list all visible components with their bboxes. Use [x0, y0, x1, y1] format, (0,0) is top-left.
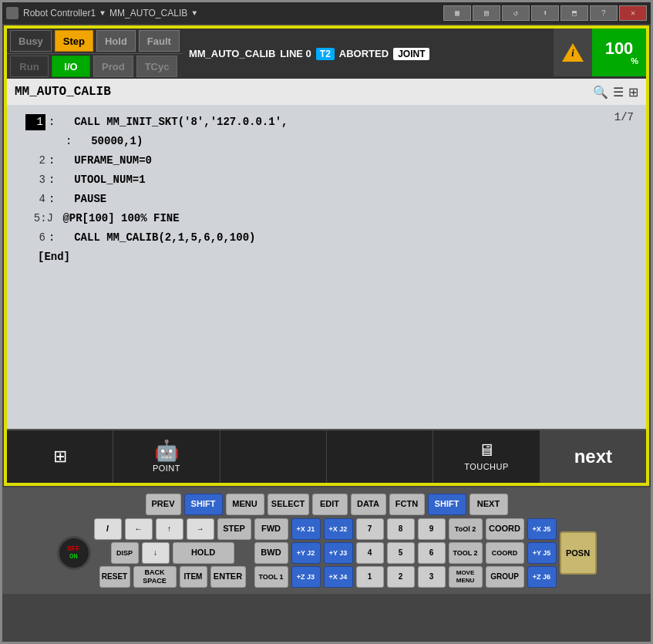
next-icon: next — [574, 446, 612, 467]
io-button[interactable]: I/O — [52, 56, 90, 77]
down-arrow-btn[interactable]: ↓ — [142, 542, 170, 564]
coord-btn[interactable]: COORD — [486, 518, 524, 540]
prod-button[interactable]: Prod — [93, 56, 133, 77]
j2plus-btn[interactable]: +X J2 — [324, 518, 353, 540]
percent-display: 100 % — [592, 29, 646, 76]
disp-btn[interactable]: DISP — [111, 542, 139, 564]
step-button[interactable]: Step — [55, 30, 93, 52]
enter-btn[interactable]: ENTER — [210, 566, 246, 588]
hold-key-btn[interactable]: HOLD — [173, 542, 234, 564]
kbd-nav-row3: RESET BACK SPACE ITEM ENTER — [94, 566, 251, 588]
back-btn[interactable]: ↺ — [502, 5, 530, 21]
step-key-btn[interactable]: STEP — [217, 518, 251, 540]
zoom-btn[interactable]: 🔍 — [593, 85, 608, 99]
next-key-btn[interactable]: NEXT — [470, 494, 508, 515]
line-num-2: 2 — [22, 153, 45, 169]
fault-button[interactable]: Fault — [139, 30, 180, 52]
select-btn[interactable]: SELECT — [268, 494, 309, 515]
num6-btn[interactable]: 6 — [418, 542, 446, 564]
j1plus-btn[interactable]: +X J1 — [291, 518, 321, 540]
toolbar-empty-1 — [220, 430, 327, 483]
line-content-6: CALL MM_CALIB(2,1,5,6,0,100) — [61, 230, 255, 246]
j6minus-btn[interactable]: +Z J6 — [527, 566, 557, 588]
toolbar-grid-btn[interactable]: ⊞ — [7, 430, 113, 483]
warning-area: i — [554, 29, 592, 76]
i-btn[interactable]: I — [94, 518, 122, 540]
j5minus-btn[interactable]: +Y J5 — [527, 542, 557, 564]
export-btn[interactable]: ⬒ — [560, 5, 588, 21]
fwd-btn[interactable]: FWD — [254, 518, 288, 540]
line-num-1: 1 — [22, 114, 45, 130]
run-button[interactable]: Run — [10, 56, 49, 77]
nav-btn[interactable]: ⬆ — [531, 5, 559, 21]
tcyc-button[interactable]: TCyc — [136, 56, 178, 77]
edit-btn[interactable]: EDIT — [312, 494, 348, 515]
hold-button[interactable]: Hold — [96, 30, 136, 52]
num5-btn[interactable]: 5 — [387, 542, 415, 564]
data-btn[interactable]: DATA — [351, 494, 386, 515]
fctn-btn[interactable]: FCTN — [389, 494, 425, 515]
num8-btn[interactable]: 8 — [387, 518, 415, 540]
percent-unit: % — [631, 57, 638, 66]
menu-btn[interactable]: MENU — [226, 494, 264, 515]
tool2-btn[interactable]: ToOl 2 — [449, 518, 483, 540]
prev-btn[interactable]: PREV — [146, 494, 181, 515]
group-btn[interactable]: GROUP — [486, 566, 524, 588]
line-num-6: 6 — [22, 230, 45, 246]
line-content-1: CALL MM_INIT_SKT('8','127.0.0.1', — [61, 114, 288, 130]
toolbar-empty-2 — [327, 430, 433, 483]
code-line-4: 4 : PAUSE — [7, 190, 646, 209]
kbd-nav-row1: I ← ↑ → STEP — [94, 518, 251, 540]
offon-dial[interactable]: OFF ON — [57, 536, 91, 570]
grid-view-btn[interactable]: ⊞ — [628, 85, 638, 99]
list-btn[interactable]: ☰ — [613, 85, 624, 99]
calc-btn[interactable]: ▦ — [443, 5, 471, 21]
toolbar-touchup-btn[interactable]: 🖥 TOUCHUP — [433, 430, 540, 483]
j4minus-btn[interactable]: +X J4 — [324, 566, 353, 588]
j3plus-btn[interactable]: +Y J3 — [324, 542, 353, 564]
num1-btn[interactable]: 1 — [356, 566, 384, 588]
posn-btn[interactable]: POSN — [560, 531, 597, 575]
item-btn[interactable]: ITEM — [180, 566, 207, 588]
toolbar-next-btn[interactable]: next — [540, 430, 646, 483]
close-btn[interactable]: ✕ — [619, 5, 647, 21]
j3minus-btn[interactable]: +Z J3 — [291, 566, 321, 588]
help-btn[interactable]: ? — [590, 5, 618, 21]
percent-value: 100 — [605, 40, 634, 57]
coord2-btn[interactable]: COORD — [486, 542, 524, 564]
code-area: 1/7 1 : CALL MM_INIT_SKT('8','127.0.0.1'… — [7, 105, 646, 429]
program-info-name: MM_AUTO_CALIB — [189, 48, 275, 59]
grid-btn[interactable]: ▤ — [473, 5, 500, 21]
point-icon: 🤖 — [154, 440, 179, 460]
program-status: ABORTED — [339, 48, 389, 59]
bwd-btn[interactable]: BWD — [254, 542, 288, 564]
j5plus-btn[interactable]: +X J5 — [527, 518, 557, 540]
shift-left-btn[interactable]: SHIFT — [184, 494, 223, 515]
toolbar-point-btn[interactable]: 🤖 POINT — [113, 430, 220, 483]
num4-btn[interactable]: 4 — [356, 542, 384, 564]
controller-name: Robot Controller1 — [23, 8, 96, 19]
up-arrow-btn[interactable]: ↑ — [156, 518, 183, 540]
busy-button[interactable]: Busy — [10, 30, 52, 52]
num7-btn[interactable]: 7 — [356, 518, 384, 540]
reset-btn[interactable]: RESET — [99, 566, 130, 588]
shift-right-btn[interactable]: SHIFT — [428, 494, 466, 515]
j2minus-btn[interactable]: +Y J2 — [291, 542, 321, 564]
tool2-alt-btn[interactable]: TOOL 2 — [449, 542, 483, 564]
status-row-2: Run I/O Prod TCyc — [7, 53, 183, 79]
point-label: POINT — [153, 464, 180, 473]
page-indicator: 1/7 — [614, 111, 634, 123]
num2-btn[interactable]: 2 — [387, 566, 415, 588]
move-menu-btn[interactable]: MOVE MENU — [449, 566, 483, 588]
num3-btn[interactable]: 3 — [418, 566, 446, 588]
num9-btn[interactable]: 9 — [418, 518, 446, 540]
touchup-label: TOUCHUP — [464, 462, 509, 471]
right-arrow-btn[interactable]: → — [187, 518, 214, 540]
program-name-title: MM_AUTO_CALIB — [109, 8, 187, 19]
tool1-btn[interactable]: TOOL 1 — [254, 566, 288, 588]
backspace-btn[interactable]: BACK SPACE — [133, 566, 177, 588]
numpad-row1: 7 8 9 ToOl 2 COORD +X J5 — [356, 518, 557, 540]
line-content-1-cont: 50000,1) — [78, 133, 143, 150]
left-arrow-btn[interactable]: ← — [125, 518, 153, 540]
program-name-bar: MM_AUTO_CALIB 🔍 ☰ ⊞ — [7, 79, 646, 105]
